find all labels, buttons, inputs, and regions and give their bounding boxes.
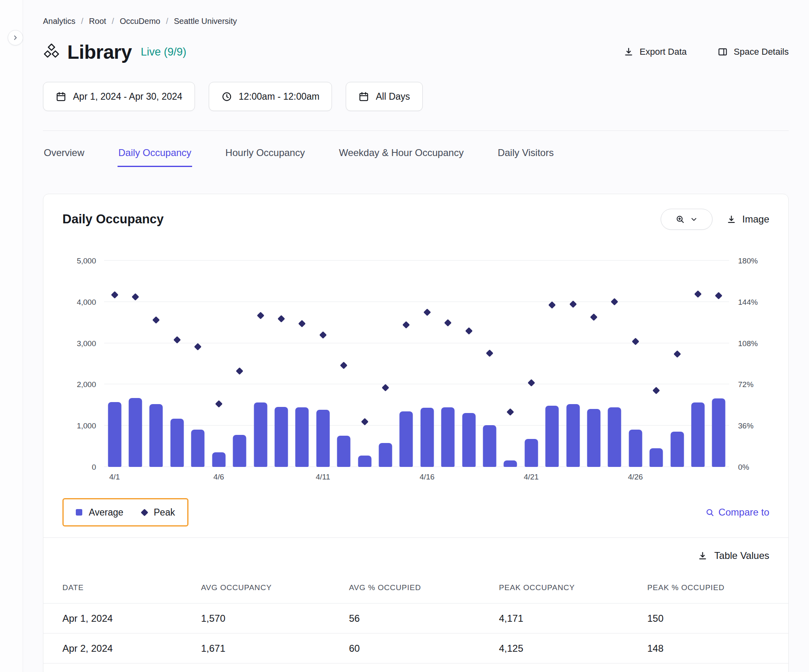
peak-point-4/22[interactable] bbox=[548, 301, 556, 308]
breadcrumb-item-occudemo[interactable]: OccuDemo bbox=[120, 17, 160, 26]
peak-point-4/16[interactable] bbox=[423, 309, 430, 316]
avg-bar-4/6[interactable] bbox=[212, 452, 225, 467]
peak-point-4/17[interactable] bbox=[444, 319, 452, 326]
avg-bar-4/21[interactable] bbox=[524, 439, 538, 467]
peak-point-4/21[interactable] bbox=[527, 379, 535, 387]
avg-bar-4/23[interactable] bbox=[566, 404, 580, 467]
avg-bar-4/26[interactable] bbox=[629, 430, 642, 467]
avg-bar-4/15[interactable] bbox=[400, 411, 413, 467]
peak-point-4/1[interactable] bbox=[111, 291, 118, 299]
export-data-button[interactable]: Export Data bbox=[623, 47, 687, 57]
occupancy-table: DATEAVG OCCUPANCYAVG % OCCUPIEDPEAK OCCU… bbox=[43, 572, 788, 663]
avg-bar-4/10[interactable] bbox=[295, 407, 309, 467]
avg-bar-4/1[interactable] bbox=[108, 402, 121, 467]
gridline bbox=[104, 384, 729, 384]
sidebar-expand-button[interactable] bbox=[8, 30, 23, 45]
time-range-filter[interactable]: 12:00am - 12:00am bbox=[209, 82, 332, 111]
peak-point-4/9[interactable] bbox=[278, 315, 285, 322]
download-icon bbox=[623, 47, 634, 57]
peak-point-4/27[interactable] bbox=[653, 387, 660, 394]
avg-bar-4/17[interactable] bbox=[441, 407, 455, 467]
clock-icon bbox=[221, 91, 232, 102]
peak-point-4/7[interactable] bbox=[236, 367, 243, 375]
table-cell: 56 bbox=[349, 613, 499, 624]
peak-point-4/29[interactable] bbox=[694, 291, 702, 298]
avg-bar-4/8[interactable] bbox=[254, 402, 267, 467]
peak-point-4/6[interactable] bbox=[215, 400, 222, 408]
page-header: Library Live (9/9) Export Data Space Det… bbox=[43, 39, 789, 65]
avg-bar-4/27[interactable] bbox=[650, 448, 663, 467]
avg-bar-4/19[interactable] bbox=[483, 425, 496, 467]
peak-point-4/11[interactable] bbox=[319, 332, 326, 339]
tab-overview[interactable]: Overview bbox=[43, 147, 85, 167]
avg-bar-4/7[interactable] bbox=[233, 435, 246, 467]
avg-bar-4/2[interactable] bbox=[129, 398, 142, 467]
peak-point-4/25[interactable] bbox=[611, 298, 618, 305]
days-filter[interactable]: All Days bbox=[346, 82, 422, 111]
chart-plot: 4/14/64/114/164/214/26 bbox=[104, 261, 729, 467]
avg-bar-4/4[interactable] bbox=[170, 419, 184, 467]
avg-bar-4/16[interactable] bbox=[420, 408, 434, 467]
magnifier-icon bbox=[705, 508, 715, 517]
table-values-button[interactable]: Table Values bbox=[698, 550, 769, 561]
column-header: PEAK % OCCUPIED bbox=[647, 583, 769, 592]
chevron-right-icon bbox=[12, 34, 19, 41]
tab-daily-occupancy[interactable]: Daily Occupancy bbox=[118, 147, 192, 167]
peak-point-4/10[interactable] bbox=[298, 320, 306, 327]
avg-bar-4/24[interactable] bbox=[587, 409, 600, 467]
compare-to-button[interactable]: Compare to bbox=[705, 507, 769, 518]
y-axis-left: 01,0002,0003,0004,0005,000 bbox=[43, 261, 104, 467]
avg-bar-4/5[interactable] bbox=[191, 430, 205, 467]
y-right-tick: 144% bbox=[738, 298, 758, 306]
avg-bar-4/3[interactable] bbox=[150, 404, 163, 467]
legend-item-average[interactable]: Average bbox=[76, 507, 123, 518]
download-image-label: Image bbox=[742, 214, 769, 225]
peak-point-4/28[interactable] bbox=[673, 350, 681, 357]
peak-point-4/14[interactable] bbox=[382, 384, 389, 391]
avg-bar-4/9[interactable] bbox=[274, 407, 288, 467]
space-details-button[interactable]: Space Details bbox=[717, 47, 789, 57]
avg-bar-4/18[interactable] bbox=[462, 413, 475, 467]
avg-bar-4/25[interactable] bbox=[608, 407, 621, 467]
peak-point-4/13[interactable] bbox=[361, 418, 368, 425]
peak-point-4/26[interactable] bbox=[631, 338, 639, 345]
y-right-tick: 108% bbox=[738, 339, 758, 347]
time-range-value: 12:00am - 12:00am bbox=[239, 91, 319, 102]
date-range-filter[interactable]: Apr 1, 2024 - Apr 30, 2024 bbox=[43, 82, 195, 111]
tab-daily-visitors[interactable]: Daily Visitors bbox=[497, 147, 554, 167]
legend-item-peak[interactable]: Peak bbox=[142, 507, 175, 518]
peak-point-4/8[interactable] bbox=[257, 312, 264, 319]
tab-hourly-occupancy[interactable]: Hourly Occupancy bbox=[225, 147, 306, 167]
peak-point-4/18[interactable] bbox=[465, 327, 472, 334]
peak-point-4/15[interactable] bbox=[402, 321, 410, 328]
avg-bar-4/29[interactable] bbox=[691, 402, 704, 467]
peak-point-4/2[interactable] bbox=[132, 293, 139, 300]
calendar-icon bbox=[56, 91, 66, 102]
download-image-button[interactable]: Image bbox=[726, 214, 769, 225]
peak-point-4/5[interactable] bbox=[194, 343, 201, 350]
avg-bar-4/12[interactable] bbox=[337, 436, 351, 467]
live-status-badge: Live (9/9) bbox=[141, 46, 186, 58]
breadcrumb-item-seattle-university[interactable]: Seattle University bbox=[174, 17, 237, 26]
peak-point-4/19[interactable] bbox=[486, 349, 493, 357]
avg-bar-4/13[interactable] bbox=[358, 456, 371, 467]
peak-point-4/3[interactable] bbox=[152, 316, 160, 323]
peak-point-4/24[interactable] bbox=[590, 314, 597, 321]
chart-zoom-dropdown[interactable] bbox=[661, 209, 713, 230]
avg-bar-4/20[interactable] bbox=[504, 460, 517, 467]
table-row: Apr 1, 20241,570564,171150 bbox=[43, 604, 788, 633]
filter-bar: Apr 1, 2024 - Apr 30, 2024 12:00am - 12:… bbox=[43, 82, 789, 111]
avg-bar-4/14[interactable] bbox=[379, 443, 392, 467]
peak-point-4/30[interactable] bbox=[715, 292, 722, 299]
peak-point-4/12[interactable] bbox=[340, 362, 347, 369]
avg-bar-4/22[interactable] bbox=[546, 406, 559, 467]
avg-bar-4/11[interactable] bbox=[316, 410, 330, 467]
avg-bar-4/30[interactable] bbox=[712, 398, 726, 467]
breadcrumb-item-root[interactable]: Root bbox=[89, 17, 106, 26]
peak-point-4/20[interactable] bbox=[507, 408, 514, 415]
table-cell: 1,570 bbox=[201, 613, 349, 624]
tab-weekday-hour-occupancy[interactable]: Weekday & Hour Occupancy bbox=[338, 147, 464, 167]
breadcrumb-item-analytics[interactable]: Analytics bbox=[43, 17, 75, 26]
download-icon bbox=[698, 551, 708, 561]
avg-bar-4/28[interactable] bbox=[670, 432, 684, 467]
